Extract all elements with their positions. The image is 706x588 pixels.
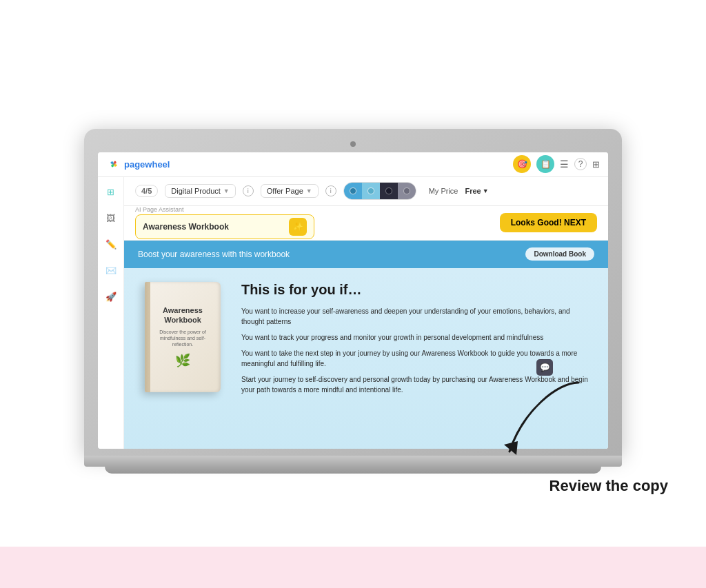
review-copy-annotation: Review the copy [549, 477, 668, 495]
book-title: AwarenessWorkbook [163, 305, 203, 325]
menu-icon[interactable]: ☰ [560, 159, 569, 170]
sidebar-icon-launch[interactable]: 🚀 [103, 289, 119, 305]
logo-text: pagewheel [124, 159, 170, 170]
book-spine [145, 282, 150, 392]
topbar-icon-teal[interactable]: 📋 [536, 155, 554, 173]
sidebar-icon-edit[interactable]: ✏️ [103, 236, 119, 253]
swatch-dark[interactable] [380, 182, 398, 200]
book-decoration: 🌿 [175, 353, 190, 368]
laptop-bottom [105, 467, 601, 474]
price-value: Free [465, 187, 481, 195]
ai-assistant-label: AI Page Assistant [135, 206, 356, 213]
book-subtitle: Discover the power ofmindfulness and sel… [159, 329, 206, 347]
download-book-button[interactable]: Download Book [525, 247, 594, 261]
bullet-1: You want to increase your self-awareness… [241, 306, 594, 327]
step-badge: 4/5 [135, 185, 158, 197]
book-cover: AwarenessWorkbook Discover the power ofm… [145, 282, 221, 392]
sidebar-icon-mail[interactable]: ✉️ [103, 263, 119, 279]
page-type-info[interactable]: i [325, 185, 336, 196]
bullet-2: You want to track your progress and moni… [241, 332, 594, 343]
looks-good-button[interactable]: Looks Good! NEXT [500, 213, 597, 232]
annotation-arrow [482, 369, 592, 458]
page-type-arrow: ▼ [306, 187, 312, 194]
swatch-light-blue[interactable] [362, 182, 380, 200]
help-icon[interactable]: ? [574, 158, 587, 170]
ai-input-group: Awareness Workbook ✨ [135, 214, 314, 239]
main-toolbar: 4/5 Digital Product ▼ i Offer Page ▼ i [124, 177, 608, 206]
price-label: My Price [429, 187, 458, 195]
ai-generate-button[interactable]: ✨ [289, 218, 307, 236]
product-type-label: Digital Product [171, 187, 221, 195]
ai-input-value: Awareness Workbook [143, 222, 286, 232]
swatch-blue[interactable] [344, 182, 362, 200]
product-type-info[interactable]: i [243, 185, 254, 196]
grid-icon[interactable]: ⊞ [592, 159, 600, 170]
product-type-dropdown[interactable]: Digital Product ▼ [165, 184, 235, 198]
page-type-dropdown[interactable]: Offer Page ▼ [261, 184, 319, 198]
logo-area: pagewheel [106, 156, 170, 172]
book-image: AwarenessWorkbook Discover the power ofm… [138, 282, 228, 449]
color-switcher [343, 182, 416, 200]
logo-icon [106, 156, 121, 172]
page-type-label: Offer Page [267, 187, 303, 195]
sidebar-icon-grid[interactable]: ⊞ [103, 184, 119, 201]
svg-marker-1 [504, 441, 518, 455]
product-type-arrow: ▼ [223, 187, 230, 194]
topbar-icon-yellow[interactable]: 🎯 [513, 155, 531, 173]
blue-banner: Boost your awareness with this workbook … [124, 241, 608, 268]
price-arrow: ▼ [483, 187, 489, 194]
price-dropdown[interactable]: Free ▼ [465, 187, 488, 195]
bottom-strip [0, 547, 706, 588]
sidebar-icon-image[interactable]: 🖼 [103, 210, 119, 227]
camera [350, 141, 356, 147]
swatch-gray[interactable] [398, 182, 416, 200]
app-topbar: pagewheel 🎯 📋 ☰ ? ⊞ [98, 152, 608, 177]
section-heading: This is for you if… [241, 282, 594, 298]
ai-assistant-row: AI Page Assistant Awareness Workbook ✨ L… [124, 206, 608, 241]
left-sidebar: ⊞ 🖼 ✏️ ✉️ 🚀 [98, 177, 124, 449]
banner-text: Boost your awareness with this workbook [138, 250, 290, 259]
topbar-right: 🎯 📋 ☰ ? ⊞ [513, 155, 600, 173]
